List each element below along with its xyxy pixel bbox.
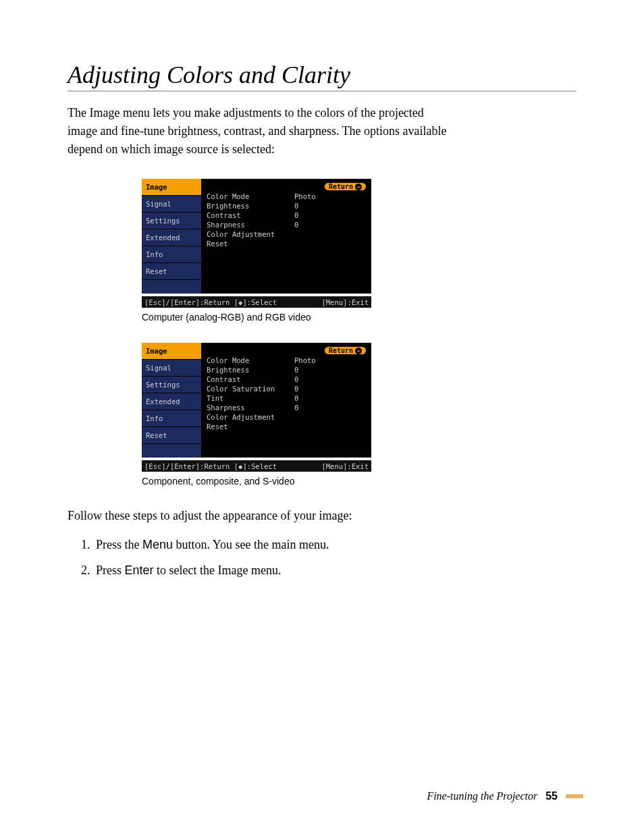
sidebar-item-reset[interactable]: Reset (142, 427, 201, 444)
hint-left: [Esc]/[Enter]:Return [◆]:Select (144, 298, 277, 306)
enter-icon: ↵ (355, 184, 362, 190)
menu-row[interactable]: Contrast0 (201, 211, 371, 220)
row-value: 0 (294, 365, 298, 375)
page-footer: Fine-tuning the Projector 55 (427, 790, 583, 802)
menu-row[interactable]: Color Saturation0 (201, 384, 371, 393)
row-label: Color Adjustment (207, 229, 294, 239)
return-button[interactable]: Return ↵ (325, 347, 366, 354)
row-value: Photo (294, 356, 316, 365)
sidebar-item-signal[interactable]: Signal (142, 196, 201, 213)
step-text: Press the (96, 538, 142, 551)
menu-sidebar: Image Signal Settings Extended Info Rese… (142, 179, 201, 294)
footer-chapter: Fine-tuning the Projector (427, 790, 537, 802)
steps-list: Press the Menu button. You see the main … (68, 533, 478, 582)
row-label: Brightness (207, 365, 294, 375)
row-label: Contrast (207, 375, 294, 384)
hint-right: [Menu]:Exit (321, 298, 369, 306)
sidebar-item-image[interactable]: Image (142, 179, 201, 196)
row-label: Tint (207, 393, 294, 403)
row-label: Reset (207, 239, 294, 248)
enter-button-label: Enter (125, 563, 154, 577)
menu-screenshot-1: Image Signal Settings Extended Info Rese… (142, 179, 371, 308)
sidebar-item-settings[interactable]: Settings (142, 377, 201, 393)
hint-right: [Menu]:Exit (321, 462, 369, 470)
enter-icon: ↵ (355, 348, 362, 354)
menu-panel: Return ↵ Color ModePhoto Brightness0 Con… (201, 343, 371, 458)
sidebar-item-info[interactable]: Info (142, 246, 201, 263)
figure-caption-1: Computer (analog-RGB) and RGB video (142, 312, 576, 323)
menu-row[interactable]: Tint0 (201, 393, 371, 403)
return-button[interactable]: Return ↵ (325, 183, 366, 190)
menu-row[interactable]: Color ModePhoto (201, 356, 371, 365)
menu-row[interactable]: Brightness0 (201, 365, 371, 375)
menu-row[interactable]: Reset (201, 239, 371, 248)
menu-hint-bar: [Esc]/[Enter]:Return [◆]:Select [Menu]:E… (142, 296, 371, 308)
menu-row[interactable]: Sharpness0 (201, 403, 371, 412)
menu-row[interactable]: Color Adjustment (201, 229, 371, 239)
step-text: to select the Image menu. (154, 563, 281, 577)
sidebar-item-settings[interactable]: Settings (142, 213, 201, 229)
row-value: 0 (294, 375, 298, 384)
sidebar-item-image[interactable]: Image (142, 343, 201, 360)
sidebar-item-extended[interactable]: Extended (142, 393, 201, 410)
row-label: Sharpness (207, 220, 294, 229)
row-label: Color Mode (207, 192, 294, 201)
menu-row[interactable]: Contrast0 (201, 375, 371, 384)
row-label: Color Adjustment (207, 412, 294, 422)
page-number: 55 (545, 790, 558, 802)
menu-row[interactable]: Sharpness0 (201, 220, 371, 229)
menu-hint-bar: [Esc]/[Enter]:Return [◆]:Select [Menu]:E… (142, 460, 371, 472)
menu-button-label: Menu (142, 538, 173, 551)
step-1: Press the Menu button. You see the main … (93, 533, 478, 556)
row-value: 0 (294, 384, 298, 393)
row-label: Brightness (207, 201, 294, 211)
menu-screenshot-2: Image Signal Settings Extended Info Rese… (142, 343, 371, 472)
section-heading: Adjusting Colors and Clarity (68, 61, 576, 92)
row-label: Sharpness (207, 403, 294, 412)
intro-paragraph: The Image menu lets you make adjustments… (68, 104, 452, 159)
hint-left: [Esc]/[Enter]:Return [◆]:Select (144, 462, 277, 470)
menu-row[interactable]: Brightness0 (201, 201, 371, 211)
row-value: 0 (294, 201, 298, 211)
menu-sidebar: Image Signal Settings Extended Info Rese… (142, 343, 201, 458)
menu-row[interactable]: Reset (201, 422, 371, 431)
menu-row[interactable]: Color ModePhoto (201, 192, 371, 201)
row-value: 0 (294, 220, 298, 229)
row-label: Color Mode (207, 356, 294, 365)
return-label: Return (329, 347, 353, 354)
figure-caption-2: Component, composite, and S-video (142, 476, 576, 487)
row-value: 0 (294, 403, 298, 412)
step-2: Press Enter to select the Image menu. (93, 559, 478, 582)
row-label: Contrast (207, 211, 294, 220)
row-value: 0 (294, 211, 298, 220)
menu-row[interactable]: Color Adjustment (201, 412, 371, 422)
sidebar-item-info[interactable]: Info (142, 410, 201, 427)
footer-decoration (566, 794, 583, 798)
step-text: Press (96, 563, 125, 577)
return-label: Return (329, 183, 353, 190)
menu-panel: Return ↵ Color ModePhoto Brightness0 Con… (201, 179, 371, 294)
steps-intro: Follow these steps to adjust the appeara… (68, 507, 452, 525)
sidebar-item-extended[interactable]: Extended (142, 229, 201, 246)
sidebar-item-signal[interactable]: Signal (142, 360, 201, 377)
row-value: Photo (294, 192, 316, 201)
step-text: button. You see the main menu. (173, 538, 329, 551)
row-label: Color Saturation (207, 384, 294, 393)
row-label: Reset (207, 422, 294, 431)
row-value: 0 (294, 393, 298, 403)
sidebar-item-reset[interactable]: Reset (142, 263, 201, 280)
